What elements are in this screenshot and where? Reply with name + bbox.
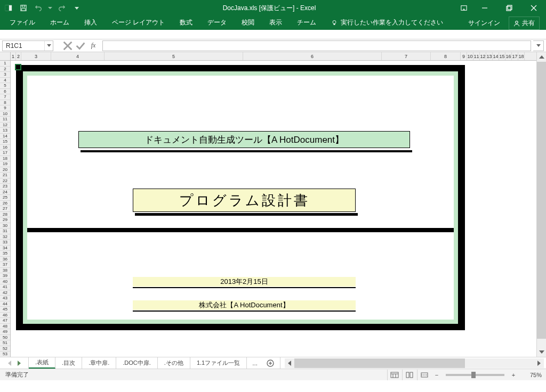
row-header[interactable]: 8	[0, 100, 10, 106]
row-header[interactable]: 22	[0, 178, 10, 184]
row-header[interactable]: 44	[0, 301, 10, 307]
row-header[interactable]: 26	[0, 201, 10, 207]
column-header[interactable]: 6	[243, 52, 382, 60]
ribbon-tab-insert[interactable]: 挿入	[77, 15, 105, 30]
row-header[interactable]: 17	[0, 150, 10, 156]
sheet-tab[interactable]: .DOC中扉.	[116, 357, 158, 369]
ribbon-display-options-icon[interactable]	[455, 0, 472, 16]
row-header[interactable]: 4	[0, 78, 10, 84]
row-header[interactable]: 46	[0, 313, 10, 318]
column-header[interactable]: 10	[467, 52, 473, 60]
share-button[interactable]: 共有	[509, 17, 540, 30]
column-header[interactable]: 3	[21, 52, 51, 60]
ribbon-tab-review[interactable]: 校閲	[234, 15, 262, 30]
scroll-down-icon[interactable]	[537, 347, 546, 357]
column-header[interactable]: 16	[505, 52, 512, 60]
row-header[interactable]: 21	[0, 173, 10, 178]
vscroll-thumb[interactable]	[537, 62, 546, 339]
row-header[interactable]: 13	[0, 128, 10, 134]
row-header[interactable]: 31	[0, 228, 10, 234]
row-header[interactable]: 10	[0, 111, 10, 117]
sheet-nav-prev-icon[interactable]	[8, 361, 11, 366]
row-header[interactable]: 18	[0, 156, 10, 162]
formula-bar-input[interactable]	[102, 40, 531, 51]
ribbon-tab-data[interactable]: データ	[200, 15, 234, 30]
column-header[interactable]: 18	[518, 52, 525, 60]
column-header[interactable]: 4	[51, 52, 105, 60]
row-header[interactable]: 16	[0, 145, 10, 151]
row-header[interactable]: 11	[0, 117, 10, 123]
row-header[interactable]: 6	[0, 89, 10, 95]
sign-in-link[interactable]: サインイン	[464, 17, 504, 30]
tell-me-search[interactable]: 実行したい作業を入力してください	[324, 15, 451, 30]
grid-body[interactable]: ドキュメント自動生成ツール【A HotDocument】 プログラム設計書 20…	[11, 61, 536, 357]
row-header[interactable]: 20	[0, 167, 10, 173]
page-break-view-icon[interactable]	[417, 370, 431, 380]
name-box[interactable]: R1C1	[2, 40, 53, 51]
zoom-in-button[interactable]: +	[509, 370, 518, 380]
new-sheet-button[interactable]	[263, 360, 278, 367]
column-header[interactable]: 13	[486, 52, 493, 60]
undo-icon[interactable]	[32, 2, 45, 14]
sheet-tab[interactable]: .章中扉.	[82, 357, 116, 369]
column-header[interactable]: 9	[461, 52, 467, 60]
sheet-tab[interactable]: .その他	[158, 357, 190, 369]
zoom-slider[interactable]	[446, 374, 504, 376]
row-header[interactable]: 40	[0, 279, 10, 285]
row-header[interactable]: 35	[0, 251, 10, 257]
redo-icon[interactable]	[55, 2, 68, 14]
row-header[interactable]: 19	[0, 161, 10, 167]
sheet-tab[interactable]: 1.1ファイル一覧	[190, 357, 247, 369]
ribbon-tab-home[interactable]: ホーム	[43, 15, 77, 30]
column-header[interactable]: 7	[382, 52, 431, 60]
vscroll-track[interactable]	[537, 62, 546, 347]
ribbon-tab-page-layout[interactable]: ページ レイアウト	[105, 15, 172, 30]
sheet-tab[interactable]: .表紙	[29, 357, 55, 369]
hscroll-track[interactable]	[294, 358, 534, 368]
column-header[interactable]: 1	[11, 52, 16, 60]
row-header[interactable]: 52	[0, 346, 10, 352]
zoom-slider-thumb[interactable]	[471, 372, 476, 378]
row-header[interactable]: 47	[0, 318, 10, 324]
vertical-scrollbar[interactable]	[536, 52, 546, 357]
column-header[interactable]: 8	[431, 52, 461, 60]
row-header[interactable]: 1	[0, 61, 10, 67]
zoom-out-button[interactable]: −	[432, 370, 441, 380]
scroll-right-icon[interactable]	[534, 358, 544, 368]
ribbon-tab-file[interactable]: ファイル	[2, 15, 43, 30]
row-header[interactable]: 9	[0, 105, 10, 111]
sheet-nav-buttons[interactable]	[0, 357, 29, 369]
scroll-up-icon[interactable]	[537, 52, 546, 62]
row-header[interactable]: 3	[0, 72, 10, 78]
save-icon[interactable]	[17, 2, 30, 14]
qat-customize-icon[interactable]	[70, 2, 83, 14]
row-header[interactable]: 2	[0, 67, 10, 72]
sheet-nav-next-icon[interactable]	[18, 361, 21, 366]
row-header[interactable]: 36	[0, 257, 10, 263]
row-header[interactable]: 12	[0, 123, 10, 128]
row-header[interactable]: 25	[0, 195, 10, 201]
maximize-icon[interactable]	[497, 0, 521, 16]
row-header[interactable]: 43	[0, 296, 10, 301]
row-header[interactable]: 33	[0, 240, 10, 246]
row-header[interactable]: 32	[0, 234, 10, 240]
select-all-corner[interactable]	[0, 52, 10, 61]
cancel-icon[interactable]	[62, 40, 74, 51]
row-header[interactable]: 5	[0, 83, 10, 89]
column-header[interactable]: 14	[493, 52, 499, 60]
row-header[interactable]: 15	[0, 139, 10, 145]
insert-function-button[interactable]: fx	[87, 40, 99, 51]
hscroll-thumb[interactable]	[294, 358, 465, 368]
zoom-value[interactable]: 75%	[519, 372, 542, 378]
sheet-tabs-more[interactable]: ...	[247, 360, 263, 367]
minimize-icon[interactable]	[472, 0, 497, 16]
row-header[interactable]: 27	[0, 206, 10, 212]
row-header[interactable]: 29	[0, 217, 10, 223]
row-header[interactable]: 50	[0, 335, 10, 341]
column-header[interactable]: 15	[499, 52, 505, 60]
row-header[interactable]: 45	[0, 307, 10, 313]
close-icon[interactable]	[521, 0, 546, 16]
ribbon-tab-team[interactable]: チーム	[290, 15, 324, 30]
horizontal-scrollbar[interactable]	[285, 358, 544, 368]
row-header[interactable]: 30	[0, 223, 10, 229]
